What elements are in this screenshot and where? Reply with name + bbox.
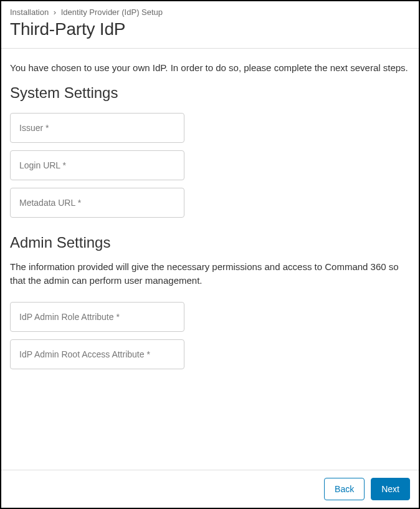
breadcrumb-item-idp-setup[interactable]: Identity Provider (IdP) Setup <box>61 7 163 17</box>
page-title: Third-Party IdP <box>10 19 410 39</box>
next-button[interactable]: Next <box>371 478 410 500</box>
login-url-input[interactable] <box>10 150 184 180</box>
metadata-url-input[interactable] <box>10 188 184 218</box>
admin-settings-description: The information provided will give the n… <box>10 260 410 288</box>
back-button[interactable]: Back <box>324 478 365 500</box>
footer-actions: Back Next <box>1 470 419 508</box>
content-area: You have chosen to use your own IdP. In … <box>1 49 419 470</box>
intro-text: You have chosen to use your own IdP. In … <box>10 61 410 75</box>
admin-settings-title: Admin Settings <box>10 234 410 251</box>
field-issuer <box>10 113 410 143</box>
field-metadata-url <box>10 188 410 218</box>
field-admin-root-attr <box>10 339 410 369</box>
issuer-input[interactable] <box>10 113 184 143</box>
page-header: Installation › Identity Provider (IdP) S… <box>1 1 419 49</box>
breadcrumb: Installation › Identity Provider (IdP) S… <box>10 7 410 17</box>
field-login-url <box>10 150 410 180</box>
breadcrumb-item-installation[interactable]: Installation <box>10 7 49 17</box>
system-settings-title: System Settings <box>10 84 410 102</box>
breadcrumb-separator: › <box>54 7 56 17</box>
field-admin-role-attr <box>10 302 410 332</box>
admin-root-attr-input[interactable] <box>10 339 184 369</box>
admin-role-attr-input[interactable] <box>10 302 184 332</box>
